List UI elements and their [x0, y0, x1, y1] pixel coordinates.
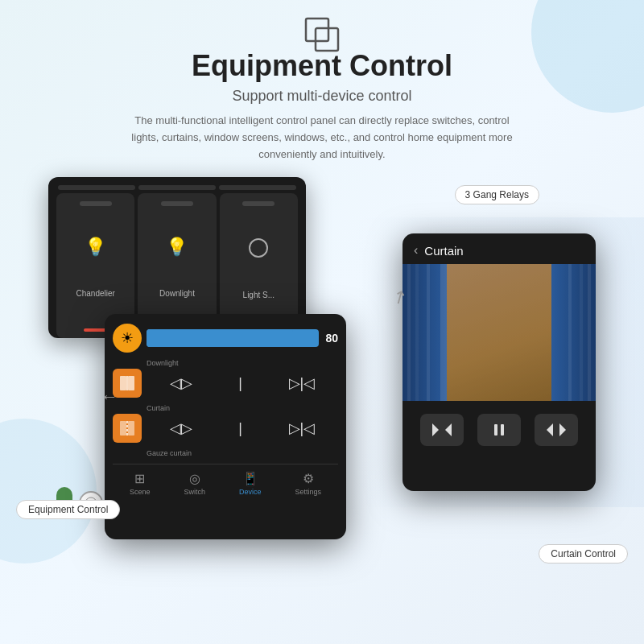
- downlight-slider-bar[interactable]: [147, 329, 319, 347]
- gauze-icon-rect: [113, 414, 142, 443]
- header-section: Equipment Control Support multi-device c…: [0, 48, 644, 163]
- panel-curtain: ‹ Curtain: [402, 233, 596, 491]
- nav-device[interactable]: 📱 Device: [239, 471, 262, 496]
- downlight-icon-circle: ☀: [113, 324, 142, 353]
- relay-name-light: Light S...: [243, 291, 275, 299]
- svg-rect-1: [316, 28, 338, 51]
- curtain-center-glow: [447, 264, 551, 401]
- relay-header-cell-2: [138, 185, 216, 190]
- svg-marker-9: [445, 423, 452, 436]
- downlight-icon: 💡: [166, 237, 188, 258]
- curtain-controls: [402, 401, 596, 459]
- nav-scene[interactable]: ⊞ Scene: [130, 471, 151, 496]
- curtain-title: Curtain: [424, 244, 463, 258]
- panel-equipment: ☀ 80 Downlight ◁▷ | ▷|◁ Curtain: [105, 314, 346, 539]
- equipment-nav: ⊞ Scene ◎ Switch 📱 Device ⚙ Settings: [113, 464, 338, 496]
- gauze-label: Gauze curtain: [113, 449, 338, 457]
- curtain-close-button[interactable]: [535, 414, 578, 446]
- svg-rect-10: [494, 424, 497, 436]
- downlight-value: 80: [325, 332, 338, 345]
- arrow-to-equipment: ←: [101, 386, 118, 407]
- curtain-center-area: [447, 264, 551, 401]
- curtain-pause-icon: [491, 422, 507, 438]
- curtain-label: Curtain: [113, 404, 338, 412]
- nav-switch[interactable]: ◎ Switch: [184, 471, 205, 496]
- curtain-left-fold-3: [427, 264, 430, 401]
- svg-rect-0: [306, 19, 328, 41]
- scene-icon: ⊞: [134, 471, 145, 486]
- svg-marker-12: [547, 423, 553, 436]
- curtain-badge: Curtain Control: [539, 544, 628, 564]
- main-title: Equipment Control: [0, 48, 644, 83]
- gauze-svg-icon: [118, 419, 136, 437]
- curtain-back-button[interactable]: ‹: [414, 243, 418, 258]
- curtain-left-panel: [402, 264, 447, 401]
- relay-top-bar-2: [161, 201, 193, 206]
- curtain-header: ‹ Curtain: [402, 233, 596, 264]
- svg-marker-13: [559, 423, 566, 436]
- gauze-btn-pause[interactable]: |: [238, 420, 242, 437]
- settings-label: Settings: [295, 488, 321, 496]
- curtain-preview: [402, 264, 596, 401]
- gauze-btn-next-all[interactable]: ▷|◁: [289, 419, 316, 437]
- curtain-svg-icon: [118, 374, 136, 392]
- equip-row-gauze[interactable]: ◁▷ | ▷|◁: [113, 414, 338, 443]
- downlight-slider-row: 80: [147, 329, 338, 347]
- curtain-right-fold-2: [580, 264, 583, 401]
- scene-label: Scene: [130, 488, 151, 496]
- relay-name-chandelier: Chandelier: [76, 289, 114, 298]
- switch-label: Switch: [184, 488, 205, 496]
- sub-title: Support multi-device control: [0, 88, 644, 105]
- svg-rect-2: [120, 376, 126, 390]
- relay-badge: 3 Gang Relays: [455, 185, 539, 204]
- description: The multi-functional intelligent control…: [129, 113, 515, 163]
- equip-row-curtain[interactable]: ◁▷ | ▷|◁: [113, 369, 338, 398]
- gauze-btn-prev-all[interactable]: ◁▷: [170, 419, 192, 437]
- svg-rect-3: [128, 376, 134, 390]
- relay-header-cell-3: [219, 185, 296, 190]
- chandelier-icon: 💡: [85, 237, 106, 258]
- relay-header-bar: [56, 185, 298, 190]
- equip-row-downlight[interactable]: ☀ 80: [113, 324, 338, 353]
- gauze-controls: ◁▷ | ▷|◁: [147, 419, 338, 437]
- nav-settings[interactable]: ⚙ Settings: [295, 471, 321, 496]
- device-label: Device: [239, 488, 262, 496]
- curtain-open-button[interactable]: [420, 414, 464, 446]
- switch-icon: ◎: [189, 471, 200, 486]
- settings-icon: ⚙: [303, 471, 314, 486]
- svg-rect-6: [128, 421, 134, 436]
- svg-rect-5: [120, 421, 126, 436]
- curtain-right-fold-3: [568, 264, 572, 401]
- curtain-left-fold-1: [407, 264, 411, 401]
- light-circle-icon: [249, 238, 268, 258]
- curtain-controls: ◁▷ | ▷|◁: [147, 374, 338, 392]
- curtain-right-fold-1: [588, 264, 591, 401]
- relay-top-bar-3: [242, 201, 275, 206]
- downlight-label: Downlight: [113, 359, 338, 367]
- relay-header-cell-1: [58, 185, 135, 190]
- relay-top-bar-1: [80, 201, 112, 206]
- curtain-open-icon: [431, 422, 453, 438]
- curtain-btn-prev-all[interactable]: ◁▷: [170, 374, 192, 392]
- slider-fill: [147, 329, 293, 347]
- curtain-pause-button[interactable]: [477, 414, 521, 446]
- device-icon: 📱: [242, 471, 258, 486]
- svg-rect-11: [501, 424, 504, 436]
- curtain-close-icon: [545, 422, 568, 438]
- equipment-badge: Equipment Control: [16, 500, 120, 519]
- svg-marker-8: [432, 423, 439, 436]
- curtain-right-panel: [551, 264, 596, 401]
- curtain-btn-pause[interactable]: |: [238, 375, 242, 392]
- relay-name-downlight: Downlight: [159, 289, 195, 298]
- curtain-btn-next-all[interactable]: ▷|◁: [289, 374, 316, 392]
- curtain-left-fold-2: [415, 264, 419, 401]
